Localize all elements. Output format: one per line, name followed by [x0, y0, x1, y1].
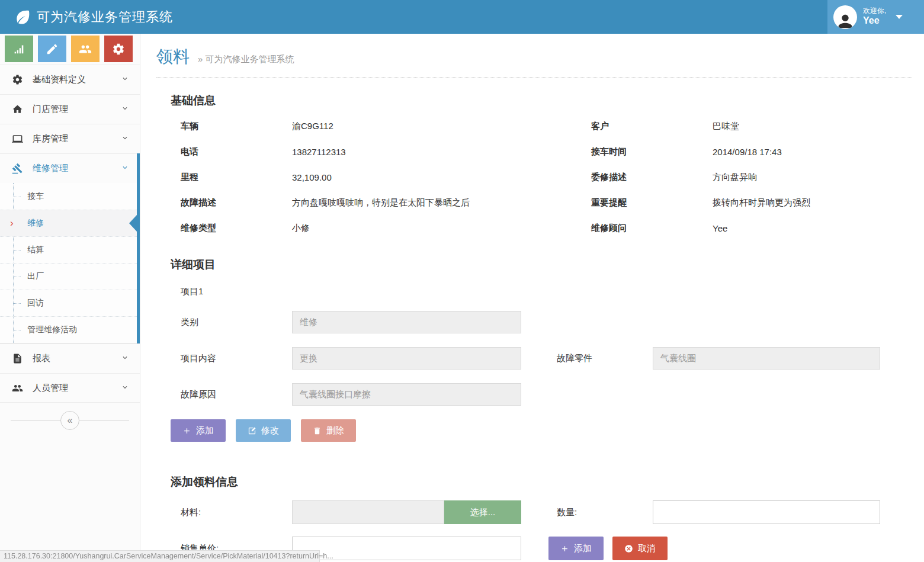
- edit-item-button[interactable]: 修改: [236, 419, 291, 442]
- button-label: 删除: [326, 425, 344, 436]
- sidebar-item-label: 维修管理: [33, 163, 68, 174]
- submenu-item-label: 接车: [27, 191, 44, 202]
- section-heading: 详细项目: [171, 257, 912, 272]
- x-circle-icon: [624, 544, 633, 553]
- gears-icon: [112, 43, 125, 56]
- active-caret-icon: ›: [10, 218, 14, 228]
- sidebar-collapse-button[interactable]: «: [60, 411, 79, 430]
- field-value: 32,109.00: [292, 172, 332, 182]
- user-name: Yee: [863, 15, 886, 26]
- fault-part-input: [653, 347, 880, 370]
- page-title: 领料: [156, 46, 190, 68]
- sidebar-item-receive-car[interactable]: 接车: [0, 183, 137, 210]
- sidebar-item-warehouse[interactable]: 库房管理: [0, 124, 140, 153]
- sidebar-item-repair[interactable]: › 维修: [0, 210, 137, 236]
- field-label: 重要提醒: [581, 197, 713, 208]
- field-label: 里程: [171, 172, 292, 183]
- delete-item-button[interactable]: 删除: [301, 419, 356, 442]
- cancel-button[interactable]: 取消: [612, 537, 668, 560]
- status-url-tooltip: 115.28.176.30:21800/Yushangrui.CarServic…: [0, 550, 320, 562]
- submenu-item-label: 回访: [27, 298, 44, 309]
- sidebar-item-leave-factory[interactable]: 出厂: [0, 263, 137, 290]
- user-greeting: 欢迎你, Yee: [863, 7, 886, 26]
- project-content-input: [292, 347, 521, 370]
- section-detail-items: 详细项目 项目1 类别 项目内容 故障零件 故障原因 添加 修改: [156, 257, 912, 442]
- chevron-down-icon: [121, 354, 129, 364]
- person-icon: [835, 11, 855, 29]
- sidebar-item-repair-management[interactable]: 维修管理: [0, 153, 137, 183]
- detail-buttons-row: 添加 修改 删除: [171, 419, 912, 442]
- field-label: 材料:: [171, 507, 292, 518]
- gears-icon: [12, 74, 25, 86]
- chevron-down-icon: [121, 163, 129, 174]
- button-label: 修改: [261, 425, 279, 436]
- field-value: 渝C9G112: [292, 121, 333, 132]
- button-label: 取消: [638, 543, 656, 554]
- quick-icon-bar: [0, 34, 140, 65]
- add-item-button[interactable]: 添加: [171, 419, 226, 442]
- sidebar-item-label: 库房管理: [33, 133, 68, 144]
- main-content: 领料 » 可为汽修业务管理系统 基础信息 车辆 渝C9G112 电话 13827…: [141, 0, 924, 560]
- breadcrumb: » 可为汽修业务管理系统: [198, 54, 294, 65]
- material-actions: 添加 取消: [548, 537, 668, 560]
- field-label: 故障描述: [171, 197, 292, 208]
- trash-icon: [313, 426, 322, 435]
- sidebar-item-manage-repair-activity[interactable]: 管理维修活动: [0, 316, 137, 343]
- quantity-input[interactable]: [653, 500, 880, 524]
- sidebar-item-personnel[interactable]: 人员管理: [0, 373, 140, 403]
- quick-chart-button[interactable]: [5, 36, 33, 62]
- repair-submenu: 接车 › 维修 结算 出厂 回访 管理维修活动: [0, 183, 137, 343]
- sidebar-item-label: 基础资料定义: [33, 74, 86, 85]
- field-label: 维修顾问: [581, 223, 713, 234]
- field-value: 小修: [292, 223, 310, 234]
- sidebar-collapse-row: «: [0, 411, 140, 430]
- material-picker: 选择...: [292, 500, 521, 524]
- app-title: 可为汽修业务管理系统: [37, 8, 173, 26]
- divider: [79, 420, 129, 421]
- field-label: 委修描述: [581, 172, 713, 183]
- detail-item-title: 项目1: [171, 286, 912, 297]
- sidebar-item-follow-up[interactable]: 回访: [0, 290, 137, 316]
- sidebar-item-settlement[interactable]: 结算: [0, 236, 137, 263]
- submenu-item-label: 维修: [27, 218, 44, 229]
- confirm-add-material-button[interactable]: 添加: [548, 537, 604, 560]
- avatar: [833, 5, 857, 29]
- sidebar-group-repair: 维修管理 接车 › 维修 结算 出厂 回访 管理维修活动: [0, 153, 140, 343]
- page-header: 领料 » 可为汽修业务管理系统: [156, 34, 912, 68]
- field-label: 接车时间: [581, 146, 713, 158]
- info-row-customer: 客户 巴味堂: [581, 114, 912, 139]
- sidebar-item-reports[interactable]: 报表: [0, 343, 140, 373]
- quick-users-button[interactable]: [71, 36, 100, 62]
- submenu-item-label: 结算: [27, 245, 44, 255]
- quick-edit-button[interactable]: [38, 36, 66, 62]
- basic-info-left-column: 车辆 渝C9G112 电话 13827112313 里程 32,109.00 故…: [171, 114, 557, 241]
- chart-bars-icon: [12, 43, 25, 56]
- quick-settings-button[interactable]: [104, 36, 133, 62]
- chevron-down-icon: [121, 104, 129, 114]
- info-row-fault-desc: 故障描述 方向盘嘎吱嘎吱响，特别是在太阳下暴晒之后: [171, 190, 557, 216]
- info-row-mileage: 里程 32,109.00: [171, 165, 557, 190]
- sidebar-item-stores[interactable]: 门店管理: [0, 94, 140, 124]
- laptop-icon: [12, 133, 25, 145]
- chevron-down-icon: [121, 134, 129, 144]
- field-value: Yee: [713, 223, 727, 233]
- field-label: 项目内容: [171, 353, 292, 364]
- material-input: [292, 500, 444, 524]
- submenu-item-label: 出厂: [27, 271, 44, 282]
- form-row-category: 类别: [171, 311, 912, 333]
- sidebar-item-label: 人员管理: [33, 383, 68, 394]
- app-brand: 可为汽修业务管理系统: [0, 8, 173, 26]
- plus-icon: [560, 544, 569, 553]
- field-label: 故障原因: [171, 389, 292, 400]
- button-label: 添加: [196, 425, 214, 436]
- sidebar-item-base-data[interactable]: 基础资料定义: [0, 65, 140, 94]
- user-menu[interactable]: 欢迎你, Yee: [827, 0, 924, 34]
- field-value: 2014/09/18 17:43: [713, 147, 782, 157]
- choose-material-button[interactable]: 选择...: [444, 500, 521, 524]
- plus-icon: [182, 426, 191, 435]
- form-row-material-qty: 材料: 选择... 数量:: [171, 500, 912, 524]
- home-icon: [12, 104, 25, 115]
- edit-square-icon: [248, 426, 256, 435]
- document-icon: [12, 353, 25, 365]
- field-value: 13827112313: [292, 147, 346, 157]
